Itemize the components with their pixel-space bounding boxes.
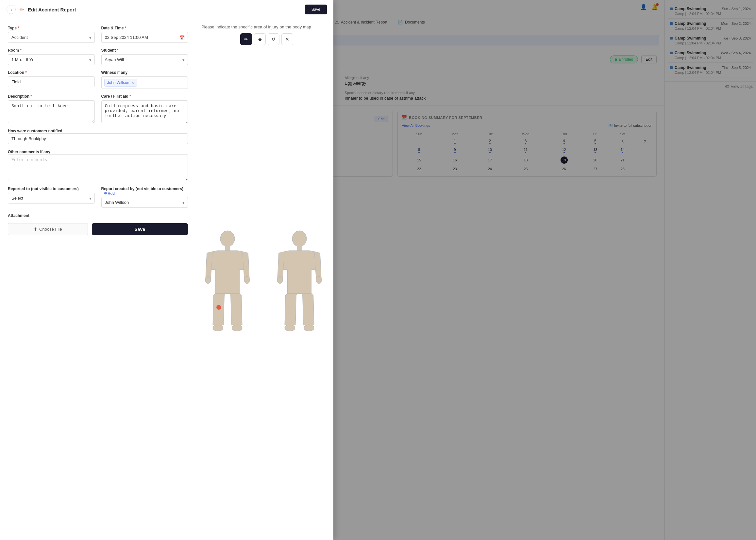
created-by-label: Report created by (not visible to custom… bbox=[101, 187, 188, 196]
reported-to-group: Reported to (not visible to customers) S… bbox=[8, 187, 95, 208]
student-select-wrapper: Aryan Will bbox=[101, 54, 188, 65]
modal-container: ‹ ✏ Edit Accident Report Save Type * bbox=[0, 0, 333, 540]
room-select-wrapper: 1 Mo. - 6 Yr. bbox=[8, 54, 95, 65]
row-desc-care: Description * Small cut to left knee Car… bbox=[8, 94, 188, 123]
row-location-witness: Location * Witness if any John Willson ✕ bbox=[8, 70, 188, 89]
body-back-svg bbox=[273, 230, 326, 341]
type-select[interactable]: Accident bbox=[8, 32, 95, 43]
type-label: Type * bbox=[8, 26, 95, 30]
notification-group: How were customers notified Through Book… bbox=[8, 128, 188, 144]
datetime-group: Date & Time * 📅 bbox=[101, 26, 188, 43]
witness-label: Witness if any bbox=[101, 70, 188, 75]
modal-back-button[interactable]: ‹ bbox=[7, 5, 16, 14]
created-by-group: Report created by (not visible to custom… bbox=[101, 187, 188, 208]
witness-field[interactable]: John Willson ✕ bbox=[101, 76, 188, 89]
notification-label: How were customers notified bbox=[8, 129, 63, 133]
upload-icon: ⬆ bbox=[34, 227, 37, 232]
body-front[interactable] bbox=[201, 230, 260, 354]
location-label: Location * bbox=[8, 70, 95, 75]
type-select-wrapper: Accident bbox=[8, 32, 95, 43]
reported-to-select-wrapper: Select bbox=[8, 193, 95, 203]
witness-remove-icon[interactable]: ✕ bbox=[131, 81, 134, 85]
modal-save-top-button[interactable]: Save bbox=[305, 5, 327, 14]
notification-value: Through Bookiphy bbox=[8, 133, 188, 144]
svg-point-9 bbox=[277, 276, 283, 284]
choose-file-button[interactable]: ⬆ Choose File bbox=[8, 223, 88, 235]
svg-rect-8 bbox=[297, 246, 302, 251]
attachment-label: Attachment bbox=[8, 213, 29, 218]
location-group: Location * bbox=[8, 70, 95, 89]
modal-footer-buttons: ⬆ Choose File Save bbox=[8, 223, 188, 235]
student-group: Student * Aryan Will bbox=[101, 48, 188, 65]
row-room-student: Room * 1 Mo. - 6 Yr. Student * bbox=[8, 48, 188, 65]
student-select[interactable]: Aryan Will bbox=[101, 54, 188, 65]
draw-tool-button[interactable]: ✏ bbox=[240, 33, 252, 45]
add-creator-button[interactable]: ⊕ Add bbox=[104, 191, 188, 196]
row-type-datetime: Type * Accident Date & Time * bbox=[8, 26, 188, 43]
reported-to-select[interactable]: Select bbox=[8, 193, 95, 203]
room-group: Room * 1 Mo. - 6 Yr. bbox=[8, 48, 95, 65]
modal-edit-icon: ✏ bbox=[20, 7, 24, 13]
care-label: Care / First aid * bbox=[101, 94, 188, 99]
care-group: Care / First aid * Cold compress and bas… bbox=[101, 94, 188, 123]
add-icon: ⊕ bbox=[104, 191, 107, 196]
svg-point-3 bbox=[244, 276, 250, 284]
description-label: Description * bbox=[8, 94, 95, 99]
svg-point-2 bbox=[205, 276, 211, 284]
witness-name: John Willson bbox=[107, 80, 129, 85]
svg-point-5 bbox=[232, 325, 242, 331]
description-textarea[interactable]: Small cut to left knee bbox=[8, 100, 95, 123]
student-label: Student * bbox=[101, 48, 188, 53]
comments-label: Other comments if any bbox=[8, 150, 50, 154]
created-by-select[interactable]: John Willson bbox=[101, 197, 188, 208]
modal-body: Type * Accident Date & Time * bbox=[0, 19, 333, 540]
room-select[interactable]: 1 Mo. - 6 Yr. bbox=[8, 54, 95, 65]
svg-point-12 bbox=[304, 325, 314, 331]
body-map-side: Please indicate the specific area of inj… bbox=[196, 19, 333, 540]
description-group: Description * Small cut to left knee bbox=[8, 94, 95, 123]
body-map-canvas bbox=[201, 49, 332, 535]
undo-tool-button[interactable]: ↺ bbox=[268, 33, 279, 45]
witness-group: Witness if any John Willson ✕ bbox=[101, 70, 188, 89]
type-group: Type * Accident bbox=[8, 26, 95, 43]
comments-group: Other comments if any bbox=[8, 149, 188, 181]
svg-point-7 bbox=[292, 231, 307, 247]
modal-header: ‹ ✏ Edit Accident Report Save bbox=[0, 0, 333, 19]
svg-point-11 bbox=[285, 325, 295, 331]
body-map-title: Please indicate the specific area of inj… bbox=[201, 25, 332, 29]
body-front-svg bbox=[201, 230, 254, 341]
datetime-wrapper: 📅 bbox=[101, 32, 188, 43]
created-by-select-wrapper: John Willson bbox=[101, 197, 188, 208]
room-label: Room * bbox=[8, 48, 95, 53]
clear-tool-button[interactable]: ✕ bbox=[281, 33, 293, 45]
svg-point-0 bbox=[220, 231, 235, 247]
datetime-calendar-icon: 📅 bbox=[180, 35, 185, 40]
modal-overlay: ‹ ✏ Edit Accident Report Save Type * bbox=[0, 0, 756, 540]
modal-title: Edit Accident Report bbox=[28, 7, 76, 12]
witness-tag: John Willson ✕ bbox=[104, 79, 137, 86]
modal-save-button[interactable]: Save bbox=[92, 223, 188, 235]
body-back[interactable] bbox=[273, 230, 332, 354]
care-textarea[interactable]: Cold compress and basic care provided, p… bbox=[101, 100, 188, 123]
datetime-input[interactable] bbox=[101, 32, 188, 43]
shape-tool-button[interactable]: ◆ bbox=[254, 33, 266, 45]
svg-point-6 bbox=[217, 305, 221, 310]
location-input[interactable] bbox=[8, 76, 95, 87]
comments-textarea[interactable] bbox=[8, 154, 188, 180]
datetime-label: Date & Time * bbox=[101, 26, 188, 30]
reported-to-label: Reported to (not visible to customers) bbox=[8, 187, 95, 191]
attachment-group: Attachment bbox=[8, 213, 188, 218]
body-map-tools: ✏ ◆ ↺ ✕ bbox=[201, 33, 332, 45]
svg-point-10 bbox=[316, 276, 322, 284]
row-reported-created: Reported to (not visible to customers) S… bbox=[8, 187, 188, 208]
form-side: Type * Accident Date & Time * bbox=[0, 19, 196, 540]
svg-rect-1 bbox=[225, 246, 230, 251]
svg-point-4 bbox=[213, 325, 223, 331]
